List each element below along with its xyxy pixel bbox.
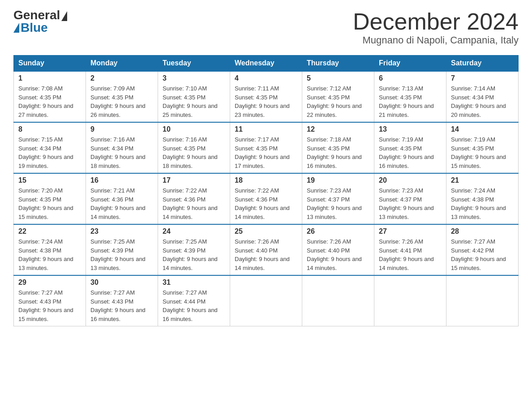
day-info: Sunrise: 7:26 AMSunset: 4:40 PMDaylight:… (307, 237, 369, 272)
calendar-cell: 14Sunrise: 7:19 AMSunset: 4:35 PMDayligh… (446, 122, 519, 173)
day-info: Sunrise: 7:27 AMSunset: 4:43 PMDaylight:… (90, 288, 153, 323)
day-info: Sunrise: 7:16 AMSunset: 4:35 PMDaylight:… (163, 135, 225, 170)
day-info: Sunrise: 7:15 AMSunset: 4:34 PMDaylight:… (18, 135, 81, 170)
day-number: 5 (307, 74, 369, 82)
day-number: 16 (90, 176, 153, 184)
day-info: Sunrise: 7:18 AMSunset: 4:35 PMDaylight:… (307, 135, 369, 170)
day-number: 17 (163, 176, 225, 184)
day-info: Sunrise: 7:27 AMSunset: 4:42 PMDaylight:… (451, 237, 514, 272)
calendar-cell: 26Sunrise: 7:26 AMSunset: 4:40 PMDayligh… (302, 224, 374, 275)
calendar-cell (230, 275, 302, 326)
calendar-cell: 10Sunrise: 7:16 AMSunset: 4:35 PMDayligh… (158, 122, 230, 173)
calendar-cell: 11Sunrise: 7:17 AMSunset: 4:35 PMDayligh… (230, 122, 302, 173)
day-number: 8 (18, 125, 81, 133)
calendar-cell: 28Sunrise: 7:27 AMSunset: 4:42 PMDayligh… (446, 224, 519, 275)
day-info: Sunrise: 7:11 AMSunset: 4:35 PMDaylight:… (235, 84, 297, 119)
day-number: 30 (90, 278, 153, 287)
day-info: Sunrise: 7:12 AMSunset: 4:35 PMDaylight:… (307, 84, 369, 119)
day-info: Sunrise: 7:26 AMSunset: 4:40 PMDaylight:… (235, 237, 297, 272)
calendar-cell: 23Sunrise: 7:25 AMSunset: 4:39 PMDayligh… (86, 224, 158, 275)
logo-blue-text: Blue (13, 21, 48, 34)
calendar-cell: 20Sunrise: 7:23 AMSunset: 4:37 PMDayligh… (374, 173, 446, 224)
calendar-cell: 31Sunrise: 7:27 AMSunset: 4:44 PMDayligh… (158, 275, 230, 326)
day-number: 27 (379, 227, 442, 235)
col-friday: Friday (374, 56, 446, 72)
day-number: 24 (163, 227, 225, 235)
logo-triangle-icon (13, 23, 19, 33)
day-number: 7 (451, 74, 514, 82)
calendar-table: Sunday Monday Tuesday Wednesday Thursday… (13, 55, 519, 326)
day-number: 19 (307, 176, 369, 184)
day-number: 22 (18, 227, 81, 235)
calendar-cell: 9Sunrise: 7:16 AMSunset: 4:34 PMDaylight… (86, 122, 158, 173)
day-info: Sunrise: 7:24 AMSunset: 4:38 PMDaylight:… (18, 237, 81, 272)
calendar-week-3: 15Sunrise: 7:20 AMSunset: 4:35 PMDayligh… (14, 173, 519, 224)
calendar-cell: 7Sunrise: 7:14 AMSunset: 4:34 PMDaylight… (446, 71, 519, 122)
day-info: Sunrise: 7:13 AMSunset: 4:35 PMDaylight:… (379, 84, 442, 119)
day-number: 21 (451, 176, 514, 184)
logo-general-text: General (13, 9, 67, 21)
day-number: 25 (235, 227, 297, 235)
calendar-cell: 16Sunrise: 7:21 AMSunset: 4:36 PMDayligh… (86, 173, 158, 224)
calendar-cell (302, 275, 374, 326)
calendar-week-2: 8Sunrise: 7:15 AMSunset: 4:34 PMDaylight… (14, 122, 519, 173)
day-number: 18 (235, 176, 297, 184)
calendar-cell: 6Sunrise: 7:13 AMSunset: 4:35 PMDaylight… (374, 71, 446, 122)
day-number: 29 (18, 278, 81, 287)
calendar-cell (446, 275, 519, 326)
day-number: 9 (90, 125, 153, 133)
day-info: Sunrise: 7:19 AMSunset: 4:35 PMDaylight:… (451, 135, 514, 170)
calendar-cell: 2Sunrise: 7:09 AMSunset: 4:35 PMDaylight… (86, 71, 158, 122)
calendar-cell: 18Sunrise: 7:22 AMSunset: 4:36 PMDayligh… (230, 173, 302, 224)
col-thursday: Thursday (302, 56, 374, 72)
day-info: Sunrise: 7:16 AMSunset: 4:34 PMDaylight:… (90, 135, 153, 170)
calendar-header-row: Sunday Monday Tuesday Wednesday Thursday… (14, 56, 519, 72)
day-info: Sunrise: 7:25 AMSunset: 4:39 PMDaylight:… (90, 237, 153, 272)
day-number: 23 (90, 227, 153, 235)
col-tuesday: Tuesday (158, 56, 230, 72)
day-info: Sunrise: 7:22 AMSunset: 4:36 PMDaylight:… (163, 186, 225, 221)
calendar-week-1: 1Sunrise: 7:08 AMSunset: 4:35 PMDaylight… (14, 71, 519, 122)
calendar-week-5: 29Sunrise: 7:27 AMSunset: 4:43 PMDayligh… (14, 275, 519, 326)
col-sunday: Sunday (14, 56, 86, 72)
day-info: Sunrise: 7:10 AMSunset: 4:35 PMDaylight:… (163, 84, 225, 119)
day-info: Sunrise: 7:09 AMSunset: 4:35 PMDaylight:… (90, 84, 153, 119)
day-info: Sunrise: 7:25 AMSunset: 4:39 PMDaylight:… (163, 237, 225, 272)
day-number: 1 (18, 74, 81, 82)
calendar-cell: 1Sunrise: 7:08 AMSunset: 4:35 PMDaylight… (14, 71, 86, 122)
calendar-cell: 5Sunrise: 7:12 AMSunset: 4:35 PMDaylight… (302, 71, 374, 122)
day-number: 14 (451, 125, 514, 133)
calendar-cell: 30Sunrise: 7:27 AMSunset: 4:43 PMDayligh… (86, 275, 158, 326)
calendar-cell: 12Sunrise: 7:18 AMSunset: 4:35 PMDayligh… (302, 122, 374, 173)
calendar-cell: 15Sunrise: 7:20 AMSunset: 4:35 PMDayligh… (14, 173, 86, 224)
col-monday: Monday (86, 56, 158, 72)
header: General Blue December 2024 Mugnano di Na… (13, 9, 519, 46)
day-info: Sunrise: 7:17 AMSunset: 4:35 PMDaylight:… (235, 135, 297, 170)
day-info: Sunrise: 7:22 AMSunset: 4:36 PMDaylight:… (235, 186, 297, 221)
day-info: Sunrise: 7:27 AMSunset: 4:43 PMDaylight:… (18, 288, 81, 323)
logo: General Blue (13, 9, 67, 34)
calendar-cell: 27Sunrise: 7:26 AMSunset: 4:41 PMDayligh… (374, 224, 446, 275)
day-info: Sunrise: 7:26 AMSunset: 4:41 PMDaylight:… (379, 237, 442, 272)
day-info: Sunrise: 7:23 AMSunset: 4:37 PMDaylight:… (307, 186, 369, 221)
location-title: Mugnano di Napoli, Campania, Italy (353, 34, 519, 46)
calendar-cell: 19Sunrise: 7:23 AMSunset: 4:37 PMDayligh… (302, 173, 374, 224)
day-info: Sunrise: 7:21 AMSunset: 4:36 PMDaylight:… (90, 186, 153, 221)
day-number: 10 (163, 125, 225, 133)
day-info: Sunrise: 7:27 AMSunset: 4:44 PMDaylight:… (163, 288, 225, 323)
day-number: 12 (307, 125, 369, 133)
calendar-cell: 25Sunrise: 7:26 AMSunset: 4:40 PMDayligh… (230, 224, 302, 275)
day-number: 4 (235, 74, 297, 82)
day-number: 2 (90, 74, 153, 82)
calendar-cell: 24Sunrise: 7:25 AMSunset: 4:39 PMDayligh… (158, 224, 230, 275)
calendar-cell: 4Sunrise: 7:11 AMSunset: 4:35 PMDaylight… (230, 71, 302, 122)
day-number: 15 (18, 176, 81, 184)
day-info: Sunrise: 7:19 AMSunset: 4:35 PMDaylight:… (379, 135, 442, 170)
calendar-week-4: 22Sunrise: 7:24 AMSunset: 4:38 PMDayligh… (14, 224, 519, 275)
col-wednesday: Wednesday (230, 56, 302, 72)
calendar-cell: 13Sunrise: 7:19 AMSunset: 4:35 PMDayligh… (374, 122, 446, 173)
day-info: Sunrise: 7:08 AMSunset: 4:35 PMDaylight:… (18, 84, 81, 119)
calendar-cell: 29Sunrise: 7:27 AMSunset: 4:43 PMDayligh… (14, 275, 86, 326)
calendar-cell: 22Sunrise: 7:24 AMSunset: 4:38 PMDayligh… (14, 224, 86, 275)
day-number: 28 (451, 227, 514, 235)
